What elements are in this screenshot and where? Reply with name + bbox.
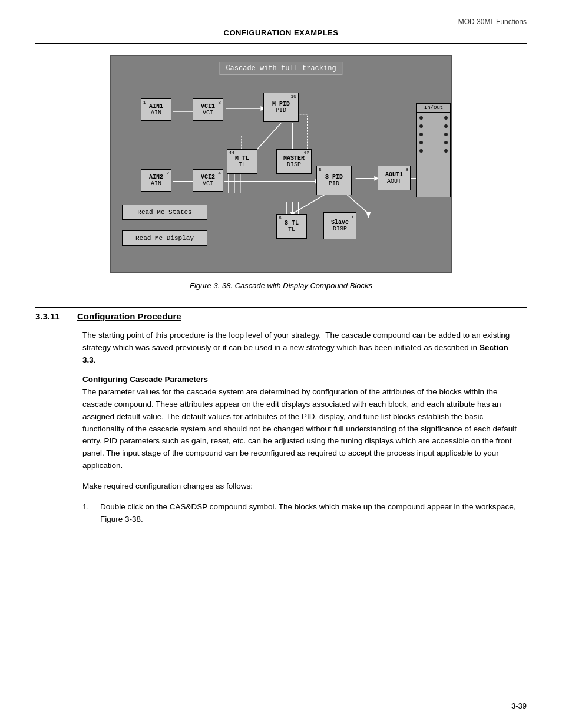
block-mpid: 10 M_PID PID [263, 93, 299, 122]
list-number-1: 1. [82, 501, 94, 526]
read-me-display-button[interactable]: Read Me Display [122, 230, 207, 246]
block-spid: 5 S_PID PID [316, 166, 352, 195]
dot-10 [444, 149, 448, 153]
block-master: 12 MASTER DISP [276, 149, 312, 174]
block-ain1: 1 AIN1 AIN [141, 98, 171, 121]
block-vci2: 4 VCI2 VCI [193, 169, 223, 192]
header-right-text: MOD 30ML Functions [35, 18, 527, 26]
read-me-states-button[interactable]: Read Me States [122, 205, 207, 220]
block-stl: 6 S_TL TL [276, 214, 307, 239]
dot-7 [419, 141, 423, 144]
list-item-1-text: Double click on the CAS&DSP compound sym… [100, 501, 521, 526]
dot-5 [419, 133, 423, 136]
dot-1 [419, 116, 423, 120]
block-aout1: 8 AOUT1 AOUT [378, 166, 411, 190]
block-master-number: 12 [303, 150, 309, 156]
inout-dots [417, 113, 450, 156]
diagram-box: Cascade with full tracking 1 AIN1 AIN 8 … [110, 55, 452, 273]
block-stl-number: 6 [279, 215, 282, 220]
section-title: CONFIGURATION EXAMPLES [35, 28, 527, 37]
block-mtl-number: 11 [229, 150, 235, 156]
inout-title: In/Out [417, 104, 450, 113]
block-vci1-number: 8 [218, 100, 221, 105]
list-item-1: 1. Double click on the CAS&DSP compound … [82, 501, 521, 526]
subheading: Configuring Cascade Parameters [82, 375, 521, 384]
inout-row-3 [419, 133, 448, 136]
dot-4 [444, 124, 448, 128]
inout-row-5 [419, 149, 448, 153]
inout-row-2 [419, 124, 448, 128]
svg-marker-17 [366, 212, 371, 218]
bold-section-ref: Section 3.3 [82, 343, 508, 364]
dot-8 [444, 141, 448, 144]
section-heading: 3.3.11 Configuration Procedure [35, 311, 527, 321]
inout-panel: In/Out [416, 103, 451, 197]
block-mtl: 11 M_TL TL [227, 149, 257, 174]
page-number: 3-39 [511, 701, 527, 710]
content-area: The starting point of this procedure is … [82, 330, 521, 526]
block-vci2-number: 4 [218, 170, 221, 176]
dot-9 [419, 149, 423, 153]
block-mpid-number: 10 [290, 94, 296, 99]
page: MOD 30ML Functions CONFIGURATION EXAMPLE… [0, 0, 562, 728]
block-vci1: 8 VCI1 VCI [193, 98, 223, 121]
inout-row-4 [419, 141, 448, 144]
block-ain2: 2 AIN2 AIN [141, 169, 171, 192]
body-paragraph-1: The parameter values for the cascade sys… [82, 386, 521, 472]
section-divider [35, 307, 527, 308]
figure-caption: Figure 3. 38. Cascade with Display Compo… [35, 281, 527, 290]
make-changes-para: Make required configuration changes as f… [82, 480, 521, 493]
block-slave-number: 7 [351, 213, 354, 219]
top-divider [35, 43, 527, 44]
section-title-text: Configuration Procedure [77, 311, 181, 321]
dot-3 [419, 124, 423, 128]
block-aout1-number: 8 [405, 167, 408, 172]
block-ain1-number: 1 [143, 100, 146, 105]
diagram-container: Cascade with full tracking 1 AIN1 AIN 8 … [35, 55, 527, 273]
block-ain2-number: 2 [166, 170, 169, 176]
dot-2 [444, 116, 448, 120]
svg-line-14 [293, 193, 328, 213]
svg-line-16 [345, 193, 369, 213]
section-number: 3.3.11 [35, 311, 68, 321]
block-slave: 7 Slave DISP [323, 212, 356, 239]
intro-paragraph: The starting point of this procedure is … [82, 330, 521, 367]
block-spid-number: 5 [319, 167, 322, 172]
dot-6 [444, 133, 448, 136]
diagram-title: Cascade with full tracking [219, 62, 342, 75]
inout-row-1 [419, 116, 448, 120]
